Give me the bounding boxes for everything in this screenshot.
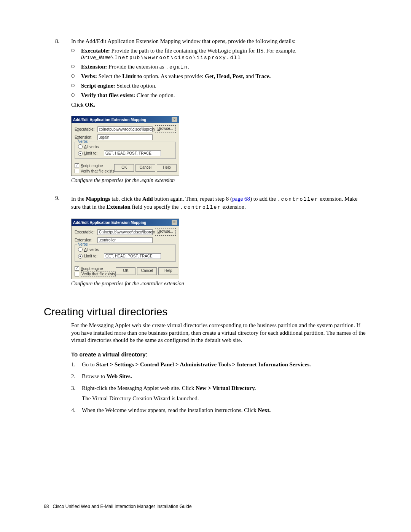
step-number: 1. bbox=[71, 361, 75, 369]
limit-to-input[interactable]: GET, HEAD,POST, TRACE bbox=[104, 150, 161, 156]
figure-controller-dialog: Add/Edit Application Extension Mapping ×… bbox=[71, 219, 367, 279]
dialog-titlebar: Add/Edit Application Extension Mapping × bbox=[72, 116, 179, 123]
radio-icon[interactable] bbox=[78, 247, 83, 252]
extension-row: Extension: .egain bbox=[75, 134, 176, 140]
extension-field-label: Extension: bbox=[75, 135, 97, 139]
checkbox-icon[interactable]: ✓ bbox=[75, 163, 79, 168]
page-number: 68 bbox=[44, 504, 49, 509]
bullet-icon bbox=[71, 49, 75, 52]
add-label: Add bbox=[142, 196, 153, 202]
script-engine-check-row[interactable]: ✓ Script engine bbox=[75, 266, 116, 271]
executable-text: Provide the path to the file containing … bbox=[110, 48, 296, 54]
page-link[interactable]: page 68 bbox=[232, 196, 250, 202]
web-sites-label: Web Sites. bbox=[107, 373, 132, 379]
bullet-icon bbox=[71, 93, 75, 97]
executable-input[interactable]: c:\Inetpub\wwwroot\cisco\iisproxy.dll bbox=[97, 126, 153, 132]
radio-icon[interactable] bbox=[78, 144, 83, 149]
limit-to-input[interactable]: GET, HEAD, POST, TRACE bbox=[104, 253, 161, 259]
browse-button[interactable]: Browse... bbox=[155, 228, 176, 236]
bullet-icon bbox=[71, 65, 75, 68]
extension-row: Extension: .controller bbox=[75, 237, 176, 243]
checkbox-icon[interactable]: ✓ bbox=[75, 266, 79, 271]
extension-text: Provide the extension as bbox=[107, 64, 166, 70]
page-footer: 68 Cisco Unified Web and E-Mail Interact… bbox=[44, 504, 192, 509]
all-verbs-label: All verbs bbox=[84, 248, 99, 252]
section-title: Creating virtual directories bbox=[44, 306, 367, 318]
help-button[interactable]: Help bbox=[157, 164, 177, 172]
click-ok-line: Click OK. bbox=[71, 102, 367, 108]
bullet-script-engine: Script engine: Select the option. bbox=[71, 83, 367, 89]
verify-file-check-row[interactable]: Verify that file exists bbox=[75, 169, 114, 173]
executable-label: Executable: bbox=[81, 48, 110, 54]
step-number: 2. bbox=[71, 372, 75, 380]
limit-to-label: Limit to: bbox=[84, 254, 101, 258]
cancel-button[interactable]: Cancel bbox=[135, 164, 155, 172]
browse-button[interactable]: Browse... bbox=[155, 125, 176, 133]
footer-title: Cisco Unified Web and E-Mail Interaction… bbox=[53, 504, 191, 509]
extension-input[interactable]: .egain bbox=[97, 134, 153, 140]
executable-field-label: Executable: bbox=[75, 230, 97, 234]
bullet-extension: Extension: Provide the extension as .ega… bbox=[71, 64, 367, 70]
dialog-titlebar: Add/Edit Application Extension Mapping × bbox=[72, 219, 179, 226]
verify-file-check-label: Verify that file exists bbox=[81, 169, 114, 173]
vd-step-3: 3. Right-click the Messaging Applet web … bbox=[71, 384, 367, 403]
bullet-executable: Executable: Provide the path to the file… bbox=[71, 48, 367, 61]
radio-icon[interactable] bbox=[78, 151, 83, 156]
bullet-icon bbox=[71, 74, 75, 78]
figure-egain-dialog: Add/Edit Application Extension Mapping ×… bbox=[71, 116, 367, 176]
page-content: 8. In the Add/Edit Application Extension… bbox=[0, 0, 411, 532]
close-icon[interactable]: × bbox=[172, 220, 177, 225]
all-verbs-radio-row[interactable]: All verbs bbox=[78, 247, 173, 252]
verbs-trace: Trace. bbox=[255, 73, 271, 79]
close-icon[interactable]: × bbox=[172, 117, 177, 122]
nav-path: Start > Settings > Control Panel > Admin… bbox=[96, 361, 311, 367]
executable-row: Executable: C:\Inetpub\wwwroot\cisco\iis… bbox=[75, 228, 176, 236]
verbs-label: Verbs: bbox=[81, 73, 97, 79]
step-8-bullets: Executable: Provide the path to the file… bbox=[71, 48, 367, 99]
extension-input[interactable]: .controller bbox=[97, 237, 153, 243]
virtual-dir-steps: 1. Go to Start > Settings > Control Pane… bbox=[71, 361, 367, 414]
main-steps-list: 8. In the Add/Edit Application Extension… bbox=[44, 38, 367, 108]
section-paragraph: For the Messaging Applet web site create… bbox=[71, 322, 367, 344]
bullet-verify: Verify that files exists: Clear the opti… bbox=[71, 92, 367, 99]
figure-caption-egain: Configure the properties for the .egain … bbox=[71, 177, 367, 184]
executable-row: Executable: c:\Inetpub\wwwroot\cisco\iis… bbox=[75, 125, 176, 133]
limit-to-radio-row[interactable]: Limit to: GET, HEAD, POST, TRACE bbox=[78, 253, 173, 259]
dialog-title-text: Add/Edit Application Extension Mapping bbox=[73, 118, 146, 122]
main-steps-list-cont: 9. In the Mappings tab, click the Add bu… bbox=[44, 195, 367, 211]
all-verbs-radio-row[interactable]: All verbs bbox=[78, 144, 173, 149]
extension-bold-label: Extension bbox=[106, 204, 130, 210]
sub-heading: To create a virtual directory: bbox=[71, 351, 367, 358]
bullet-verbs: Verbs: Select the Limit to option. As va… bbox=[71, 73, 367, 80]
step-8-number: 8. bbox=[55, 38, 59, 45]
vd-step-1: 1. Go to Start > Settings > Control Pane… bbox=[71, 361, 367, 369]
cancel-button[interactable]: Cancel bbox=[137, 267, 157, 275]
checkbox-icon[interactable] bbox=[75, 169, 79, 173]
ok-button[interactable]: OK bbox=[116, 267, 135, 275]
extension-value: .egain bbox=[166, 64, 188, 70]
vd-step-2: 2. Browse to Web Sites. bbox=[71, 372, 367, 380]
drive-name-var: Drive_Name bbox=[81, 55, 111, 61]
script-engine-check-label: Script engine bbox=[81, 267, 103, 271]
executable-path: \Inetpub\wwwroot\cisco\iisproxy.dll bbox=[111, 55, 241, 61]
controller-ext: .controller bbox=[277, 197, 319, 202]
step-8: 8. In the Add/Edit Application Extension… bbox=[44, 38, 367, 108]
dialog-footer: ✓ Script engine Verify that file exists … bbox=[72, 163, 179, 176]
limit-to-radio-row[interactable]: Limit to: GET, HEAD,POST, TRACE bbox=[78, 150, 173, 156]
step-number: 3. bbox=[71, 384, 75, 392]
ok-button[interactable]: OK bbox=[114, 164, 134, 172]
limit-to-label: Limit to: bbox=[84, 151, 101, 155]
help-button[interactable]: Help bbox=[158, 267, 178, 275]
ok-label: OK. bbox=[85, 102, 95, 108]
step-number: 4. bbox=[71, 406, 75, 414]
verify-file-check-row[interactable]: Verify that file exists bbox=[75, 272, 116, 276]
checkbox-icon[interactable] bbox=[75, 272, 79, 276]
script-engine-check-row[interactable]: ✓ Script engine bbox=[75, 163, 114, 168]
script-engine-label: Script engine: bbox=[81, 83, 115, 89]
verbs-legend: Verbs bbox=[77, 242, 89, 246]
limit-to-label: Limit to bbox=[122, 73, 142, 79]
verbs-fieldset: Verbs All verbs Limit to: GET, HEAD, POS… bbox=[75, 244, 176, 262]
executable-input[interactable]: C:\Inetpub\wwwroot\cisco\iisproxy.dll bbox=[97, 229, 153, 235]
executable-field-label: Executable: bbox=[75, 127, 97, 131]
radio-icon[interactable] bbox=[78, 254, 83, 259]
